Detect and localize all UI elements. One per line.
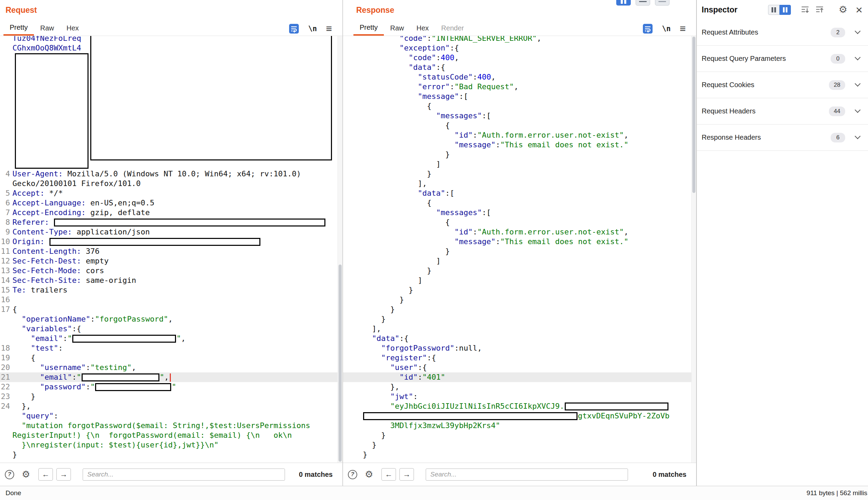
code-token: Gecko/20100101 Firefox/101.0: [12, 179, 141, 188]
code-token: "messages": [436, 111, 482, 120]
code-line: "data":{: [343, 63, 691, 72]
code-token: ,: [491, 73, 496, 81]
tab-pretty[interactable]: Pretty: [3, 21, 34, 36]
code-line: ],: [343, 179, 691, 188]
code-token: }: [363, 315, 386, 323]
response-scrollbar[interactable]: [691, 36, 696, 463]
code-token: "register": [381, 353, 427, 362]
settings-gear-icon[interactable]: ⚙: [839, 5, 847, 15]
line-number: 23: [0, 392, 12, 401]
tab-hex[interactable]: Hex: [410, 21, 435, 36]
inspector-section-request-query-parameters[interactable]: Request Query Parameters0: [697, 46, 868, 72]
code-token: :{: [427, 353, 436, 362]
line-number: 14: [0, 276, 12, 285]
code-token: "id": [399, 373, 418, 381]
search-next-button[interactable]: →: [56, 468, 71, 481]
hamburger-menu-icon[interactable]: ≡: [680, 24, 686, 34]
code-line: 5Accept: */*: [0, 188, 338, 198]
gear-icon[interactable]: ⚙: [22, 470, 30, 479]
code-line: 12Sec-Fetch-Dest: empty: [0, 256, 338, 266]
code-token: [363, 63, 408, 72]
search-prev-button[interactable]: ←: [381, 468, 396, 481]
help-icon[interactable]: ?: [348, 470, 357, 479]
code-token: [12, 382, 40, 391]
search-prev-button[interactable]: ←: [38, 468, 53, 481]
tab-hex[interactable]: Hex: [60, 21, 85, 36]
search-input[interactable]: [83, 469, 285, 481]
code-line: "code":400,: [343, 53, 691, 63]
help-glyph: ?: [351, 471, 354, 478]
inspector-section-request-cookies[interactable]: Request Cookies28: [697, 72, 868, 98]
request-editor[interactable]: Tuz04fNezFoLreqCGhxmOoQ8WXmtL44User-Agen…: [0, 36, 342, 463]
newline-visibility-icon[interactable]: \n: [308, 25, 317, 33]
code-token: :[: [459, 92, 468, 101]
docked-view-icon[interactable]: [768, 5, 779, 15]
code-token: trailers: [26, 286, 67, 294]
rows-layout-button[interactable]: [636, 0, 650, 6]
word-wrap-icon[interactable]: [643, 24, 653, 34]
hamburger-menu-icon[interactable]: ≡: [326, 24, 332, 34]
code-line: "operationName":"forgotPassword",: [0, 314, 338, 324]
request-tabs: PrettyRawHex: [3, 21, 85, 36]
code-token: [49, 218, 54, 226]
line-number: [0, 63, 12, 72]
code-line: 8Referer:: [0, 217, 338, 227]
single-layout-button[interactable]: [655, 0, 670, 6]
section-label: Request Attributes: [702, 28, 758, 36]
expand-all-icon[interactable]: [815, 5, 824, 14]
tab-raw[interactable]: Raw: [384, 21, 410, 36]
code-token: "401": [422, 373, 445, 381]
code-line: "data":{: [343, 334, 691, 343]
inspector-section-request-attributes[interactable]: Request Attributes2: [697, 19, 868, 46]
gear-icon[interactable]: ⚙: [365, 470, 373, 479]
inspector-section-request-headers[interactable]: Request Headers44: [697, 98, 868, 124]
code-token: [363, 82, 418, 91]
line-number: [0, 121, 12, 130]
code-token: ,: [477, 344, 482, 352]
code-token: "message": [454, 237, 496, 246]
code-line: {: [343, 101, 691, 111]
response-stats: 911 bytes | 562 millis: [806, 489, 867, 497]
expanded-view-icon[interactable]: [779, 5, 791, 15]
response-viewer[interactable]: "code":"INTERNAL_SERVER_ERROR", "excepti…: [343, 36, 696, 463]
help-icon[interactable]: ?: [5, 470, 14, 479]
line-number: [0, 411, 12, 421]
code-token: same-origin: [81, 276, 136, 285]
code-line: "forgotPassword":null,: [343, 343, 691, 353]
collapse-all-icon[interactable]: [801, 5, 810, 14]
word-wrap-icon[interactable]: [289, 24, 299, 34]
request-scrollbar[interactable]: [338, 36, 342, 463]
close-icon[interactable]: ×: [856, 4, 862, 16]
code-line: }: [343, 150, 691, 159]
code-token: "jwt": [390, 392, 413, 401]
section-label: Request Query Parameters: [702, 55, 786, 63]
code-token: "forgotPassword": [95, 315, 168, 323]
line-number: [0, 140, 12, 150]
code-token: ,: [164, 373, 169, 381]
code-token: application/json: [72, 228, 150, 236]
response-code: "code":"INTERNAL_SERVER_ERROR", "excepti…: [343, 36, 691, 460]
code-token: [363, 92, 418, 101]
code-token: :: [58, 344, 63, 352]
code-token: "code": [408, 53, 436, 62]
response-tabbar: PrettyRawHexRender \n ≡: [343, 21, 696, 36]
code-token: {: [12, 353, 35, 362]
search-next-button[interactable]: →: [399, 468, 414, 481]
search-input[interactable]: [426, 469, 628, 481]
scrollbar-thumb[interactable]: [692, 37, 695, 193]
scrollbar-thumb[interactable]: [339, 265, 342, 462]
tab-render[interactable]: Render: [435, 21, 470, 36]
code-token: "forgotPassword": [381, 344, 454, 352]
newline-visibility-icon[interactable]: \n: [662, 25, 671, 33]
redaction-box: [95, 383, 171, 391]
columns-layout-button[interactable]: [616, 0, 631, 6]
code-line: 22 "password":"": [0, 382, 338, 392]
code-token: ]: [363, 160, 441, 168]
line-number: [0, 421, 12, 430]
tab-pretty[interactable]: Pretty: [353, 21, 384, 36]
tab-raw[interactable]: Raw: [34, 21, 60, 36]
inspector-section-response-headers[interactable]: Response Headers6: [697, 124, 868, 151]
code-line: 14Sec-Fetch-Site: same-origin: [0, 276, 338, 285]
code-token: [363, 353, 381, 362]
code-token: [363, 73, 418, 81]
